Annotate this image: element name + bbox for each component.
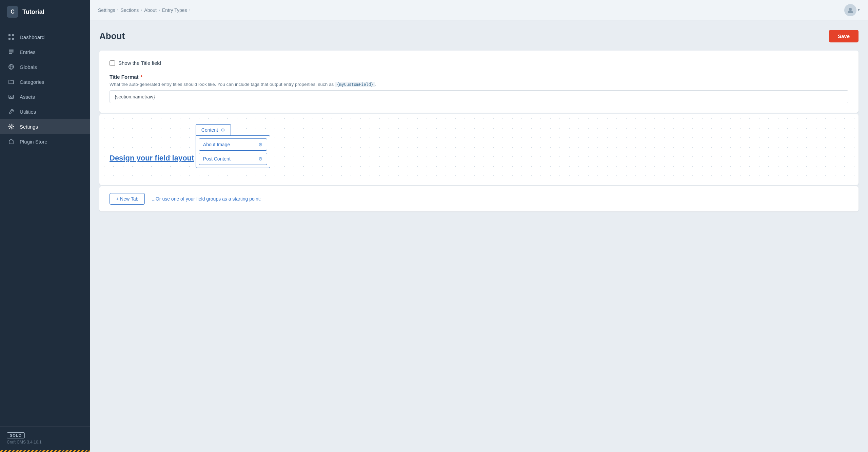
design-layout-link[interactable]: Design your field layout bbox=[110, 154, 194, 163]
sidebar-item-settings[interactable]: Settings bbox=[0, 119, 90, 134]
svg-rect-6 bbox=[9, 53, 12, 54]
sidebar: C Tutorial Dashboard Entries Globals bbox=[0, 0, 90, 452]
field-layout-section: Design your field layout Content ⚙ About… bbox=[99, 114, 859, 185]
breadcrumb: Settings › Sections › About › Entry Type… bbox=[98, 7, 191, 13]
breadcrumb-sections[interactable]: Sections bbox=[121, 7, 139, 13]
sidebar-item-entries-label: Entries bbox=[20, 49, 36, 55]
sidebar-stripe bbox=[0, 450, 90, 452]
utilities-icon bbox=[7, 108, 15, 115]
sidebar-nav: Dashboard Entries Globals Categories Ass bbox=[0, 24, 90, 426]
sidebar-item-assets-label: Assets bbox=[20, 94, 35, 100]
title-settings-card: Show the Title field Title Format * What… bbox=[99, 51, 859, 113]
show-title-checkbox[interactable] bbox=[110, 60, 115, 66]
topbar-right: ▾ bbox=[844, 4, 860, 16]
show-title-label[interactable]: Show the Title field bbox=[118, 60, 161, 66]
topbar: Settings › Sections › About › Entry Type… bbox=[90, 0, 868, 20]
save-button[interactable]: Save bbox=[829, 30, 859, 42]
sidebar-footer: SOLO Craft CMS 3.4.10.1 bbox=[0, 426, 90, 450]
sidebar-logo: C Tutorial bbox=[0, 0, 90, 24]
svg-rect-4 bbox=[9, 50, 14, 51]
settings-icon bbox=[7, 123, 15, 130]
entries-icon bbox=[7, 48, 15, 56]
field-layout-inner: Design your field layout Content ⚙ About… bbox=[110, 124, 848, 171]
user-avatar[interactable] bbox=[844, 4, 856, 16]
svg-point-12 bbox=[11, 126, 12, 128]
sidebar-item-categories[interactable]: Categories bbox=[0, 74, 90, 89]
svg-rect-2 bbox=[8, 38, 11, 40]
breadcrumb-about[interactable]: About bbox=[144, 7, 157, 13]
page-title: About bbox=[99, 31, 125, 41]
field-row-post-content: Post Content ⚙ bbox=[199, 153, 267, 165]
categories-icon bbox=[7, 78, 15, 86]
sidebar-item-entries[interactable]: Entries bbox=[0, 44, 90, 59]
title-format-label: Title Format bbox=[110, 74, 139, 80]
sidebar-item-categories-label: Categories bbox=[20, 79, 44, 85]
page-header: About Save bbox=[99, 30, 859, 42]
required-star: * bbox=[141, 74, 143, 80]
svg-rect-5 bbox=[9, 52, 14, 53]
title-format-hint-code: {myCustomField} bbox=[335, 82, 375, 87]
sidebar-item-settings-label: Settings bbox=[20, 124, 38, 130]
content-tab-label: Content bbox=[201, 127, 218, 133]
show-title-field-row: Show the Title field bbox=[110, 60, 848, 66]
craft-version: Craft CMS 3.4.10.1 bbox=[7, 440, 83, 445]
user-chevron-icon: ▾ bbox=[858, 8, 860, 12]
sidebar-item-assets[interactable]: Assets bbox=[0, 89, 90, 104]
bottom-actions: + New Tab ...Or use one of your field gr… bbox=[110, 193, 848, 205]
starting-point-text: ...Or use one of your field groups as a … bbox=[152, 196, 261, 202]
svg-point-13 bbox=[849, 8, 852, 11]
breadcrumb-sep-3: › bbox=[159, 8, 160, 13]
field-row-about-image: About Image ⚙ bbox=[199, 138, 267, 151]
main-area: Settings › Sections › About › Entry Type… bbox=[90, 0, 868, 452]
assets-icon bbox=[7, 93, 15, 100]
sidebar-item-globals-label: Globals bbox=[20, 64, 37, 70]
about-image-field-label: About Image bbox=[203, 142, 230, 147]
svg-rect-0 bbox=[8, 34, 11, 36]
content-tab-gear-icon: ⚙ bbox=[221, 127, 225, 133]
globals-icon bbox=[7, 63, 15, 71]
post-content-field-label: Post Content bbox=[203, 156, 231, 162]
title-format-input[interactable] bbox=[110, 90, 848, 103]
sidebar-item-dashboard[interactable]: Dashboard bbox=[0, 30, 90, 44]
dashboard-icon bbox=[7, 33, 15, 41]
logo-icon: C bbox=[7, 6, 18, 18]
tab-body: About Image ⚙ Post Content ⚙ bbox=[196, 135, 270, 168]
breadcrumb-entry-types[interactable]: Entry Types bbox=[162, 7, 187, 13]
sidebar-item-globals[interactable]: Globals bbox=[0, 59, 90, 74]
about-image-gear-icon[interactable]: ⚙ bbox=[258, 142, 263, 147]
sidebar-item-plugin-store[interactable]: Plugin Store bbox=[0, 134, 90, 149]
sidebar-item-utilities[interactable]: Utilities bbox=[0, 104, 90, 119]
tab-header: Content ⚙ bbox=[196, 124, 231, 135]
sidebar-item-utilities-label: Utilities bbox=[20, 109, 36, 115]
sidebar-item-dashboard-label: Dashboard bbox=[20, 34, 44, 40]
new-tab-button[interactable]: + New Tab bbox=[110, 193, 145, 205]
content-area: About Save Show the Title field Title Fo… bbox=[90, 20, 868, 452]
bottom-section: + New Tab ...Or use one of your field gr… bbox=[99, 186, 859, 211]
title-format-label-row: Title Format * bbox=[110, 74, 848, 80]
svg-rect-3 bbox=[12, 38, 14, 40]
post-content-gear-icon[interactable]: ⚙ bbox=[258, 156, 263, 162]
breadcrumb-sep-4: › bbox=[189, 8, 191, 13]
title-format-hint: What the auto-generated entry titles sho… bbox=[110, 82, 848, 87]
breadcrumb-sep-2: › bbox=[141, 8, 142, 13]
tab-container: Content ⚙ About Image ⚙ Post Content ⚙ bbox=[196, 124, 270, 168]
breadcrumb-sep-1: › bbox=[117, 8, 119, 13]
svg-rect-1 bbox=[12, 34, 14, 36]
content-tab-button[interactable]: Content ⚙ bbox=[196, 124, 231, 135]
plugin-store-icon bbox=[7, 138, 15, 145]
sidebar-item-plugin-store-label: Plugin Store bbox=[20, 139, 47, 145]
solo-badge: SOLO bbox=[7, 432, 25, 438]
breadcrumb-settings[interactable]: Settings bbox=[98, 7, 115, 13]
app-title: Tutorial bbox=[22, 8, 44, 16]
